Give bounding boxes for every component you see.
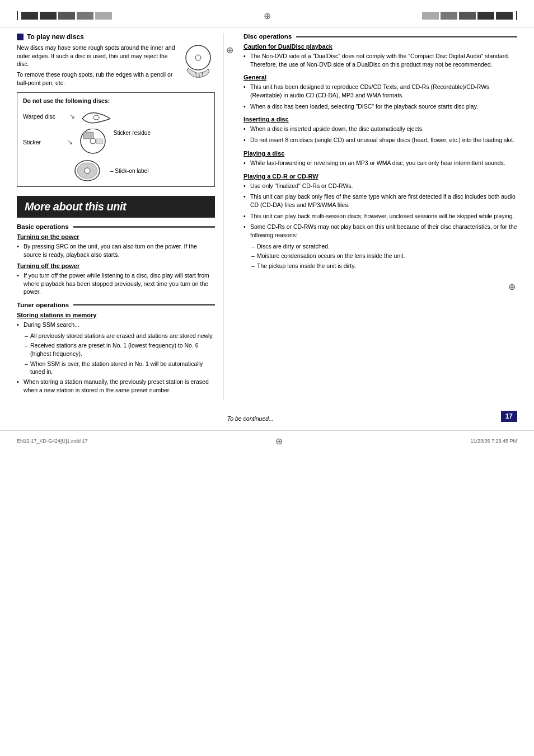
general-bullet1: This unit has been designed to reproduce… (243, 83, 517, 99)
warped-disc-item: Warped disc ↘ (23, 109, 209, 124)
page-container: To play new discs New discs may have som… (0, 0, 534, 756)
cdr-sub-bullet-2: Moisture condensation occurs on the lens… (257, 252, 517, 260)
continued-right: To be continued... (227, 415, 291, 422)
playing-cdr-bullet3: This unit can play back multi-session di… (243, 212, 517, 220)
playing-cdr-section: Playing a CD-R or CD-RW Use only "finali… (243, 173, 517, 270)
play-new-discs-text: New discs may have some rough spots arou… (17, 44, 177, 87)
turning-off-heading: Turning off the power (17, 262, 215, 269)
stickon-label: – Stick-on label (110, 168, 148, 174)
footer-crosshair (274, 435, 285, 447)
storing-stations-subbullets: All previously stored stations are erase… (17, 332, 215, 376)
svg-point-7 (90, 138, 96, 144)
border-rect (477, 12, 494, 20)
cdr-sub-bullet-1: Discs are dirty or scratched. (257, 242, 517, 251)
border-rect (441, 12, 457, 20)
tuner-operations-section: Tuner operations Storing stations in mem… (17, 302, 215, 395)
sticker-label: Sticker (23, 139, 65, 145)
bottom-area: To be continued... 17 (0, 405, 534, 430)
do-not-use-box: Do not use the following discs: Warped d… (17, 92, 215, 187)
basic-operations-header: Basic operations (17, 223, 215, 230)
caution-dualdisc-bullet: The Non-DVD side of a "DualDisc" does no… (243, 52, 517, 68)
cdr-sub-bullet-3: The pickup lens inside the unit is dirty… (257, 262, 517, 270)
sticker-disc-container: Sticker residue (75, 129, 111, 155)
playing-disc-heading: Playing a disc (243, 150, 517, 157)
two-col-section: To play new discs New discs may have som… (0, 33, 534, 400)
border-rect (77, 12, 93, 20)
disc-hand-svg (181, 44, 215, 80)
sticker-disc-svg (75, 129, 111, 154)
svg-point-1 (195, 55, 201, 60)
top-border (0, 0, 534, 27)
border-rect (40, 12, 57, 20)
arrow-icon2: ↘ (67, 138, 73, 146)
disc-items-list: Warped disc ↘ Sticker ↘ (23, 109, 209, 182)
arrow-icon: ↘ (69, 112, 75, 120)
general-heading: General (243, 74, 517, 81)
cdr-sub-bullets: Discs are dirty or scratched. Moisture c… (243, 242, 517, 270)
caution-dualdisc-heading: Caution for DualDisc playback (243, 43, 517, 50)
warped-disc-label: Warped disc (23, 113, 65, 120)
warped-disc-svg (79, 109, 113, 124)
disc-operations-header: Disc operations (243, 33, 517, 40)
turning-on-bullet: By pressing SRC on the unit, you can als… (17, 242, 215, 259)
play-new-discs-section: To play new discs New discs may have som… (17, 33, 215, 87)
do-not-use-title: Do not use the following discs: (23, 97, 209, 104)
playing-disc-section: Playing a disc While fast-forwarding or … (243, 150, 517, 167)
play-new-discs-body2: To remove these rough spots, rub the edg… (17, 71, 177, 87)
general-bullet2: When a disc has been loaded, selecting "… (243, 102, 517, 111)
reg-mark-left (17, 11, 18, 20)
right-crosshair (506, 281, 517, 293)
general-section: General This unit has been designed to r… (243, 74, 517, 110)
playing-cdr-bullet1: Use only "finalized" CD-Rs or CD-RWs. (243, 182, 517, 190)
play-new-discs-title: To play new discs (27, 33, 84, 41)
more-about-title: More about this unit (17, 196, 215, 218)
sticker-item: Sticker ↘ St (23, 129, 209, 155)
blue-square-icon (17, 34, 24, 40)
svg-rect-8 (83, 132, 93, 139)
left-crosshair-area (224, 33, 235, 400)
turning-on-heading: Turning on the power (17, 233, 215, 240)
inserting-disc-bullet1: When a disc is inserted upside down, the… (243, 125, 517, 133)
svg-point-13 (85, 168, 90, 173)
storing-stations-bullet1: During SSM search... (17, 321, 215, 329)
inserting-disc-bullet2: Do not insert 8 cm discs (single CD) and… (243, 136, 517, 144)
right-column: Disc operations Caution for DualDisc pla… (235, 33, 517, 400)
stickon-disc-svg (69, 159, 106, 182)
basic-operations-section: Basic operations Turning on the power By… (17, 223, 215, 295)
sub-bullet-3: When SSM is over, the station stored in … (30, 360, 215, 376)
basic-operations-line (73, 226, 215, 228)
inserting-disc-heading: Inserting a disc (243, 116, 517, 123)
storing-stations-heading: Storing stations in memory (17, 312, 215, 318)
disc-illustration (181, 44, 215, 82)
caution-dualdisc-section: Caution for DualDisc playback The Non-DV… (243, 43, 517, 68)
border-rect (95, 12, 112, 20)
border-rect (422, 12, 439, 20)
play-new-discs-content: New discs may have some rough spots arou… (17, 44, 215, 87)
stickon-item: – Stick-on label (23, 159, 209, 182)
playing-cdr-bullet2: This unit can play back only files of th… (243, 192, 517, 209)
play-new-discs-body1: New discs may have some rough spots arou… (17, 44, 177, 68)
tuner-operations-header: Tuner operations (17, 302, 215, 308)
basic-operations-title: Basic operations (17, 223, 69, 230)
bottom-border: EN12-17_KD-G424[U]1.indd 17 11/23/05 7:2… (0, 430, 534, 451)
sub-bullet-1: All previously stored stations are erase… (30, 332, 215, 340)
border-rect (21, 12, 38, 20)
sticker-residue-label: Sticker residue (114, 130, 151, 136)
right-crosshair-area (243, 281, 517, 293)
reg-mark-right (516, 11, 517, 20)
tuner-operations-line (73, 304, 215, 306)
turning-off-bullet: If you turn off the power while listenin… (17, 271, 215, 296)
border-rect (459, 12, 476, 20)
border-rect (496, 12, 513, 20)
left-crosshair (224, 44, 235, 55)
left-column: To play new discs New discs may have som… (17, 33, 224, 400)
playing-cdr-bullet4: Some CD-Rs or CD-RWs may not play back o… (243, 223, 517, 239)
crosshair-center (261, 10, 273, 21)
play-new-discs-header: To play new discs (17, 33, 215, 41)
playing-cdr-heading: Playing a CD-R or CD-RW (243, 173, 517, 180)
disc-operations-line (296, 36, 517, 37)
playing-disc-bullet: While fast-forwarding or reversing on an… (243, 159, 517, 167)
border-rect (58, 12, 75, 20)
storing-stations-bullet2: When storing a station manually, the pre… (17, 378, 215, 394)
continued-text: To be continued... (227, 415, 291, 422)
